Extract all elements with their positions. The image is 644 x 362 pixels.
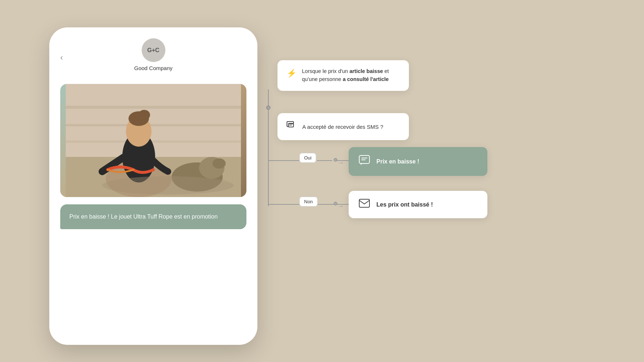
non-arrow: → — [337, 203, 344, 210]
svg-point-16 — [267, 106, 270, 109]
svg-point-10 — [138, 110, 150, 120]
svg-point-14 — [102, 176, 234, 195]
oui-branch-label: Oui — [299, 154, 316, 161]
oui-dot — [334, 158, 337, 162]
company-name: Good Company — [60, 65, 246, 77]
svg-rect-32 — [359, 199, 369, 207]
sms-action-text: Prix en baisse ! — [376, 158, 419, 165]
product-image — [60, 84, 246, 197]
non-branch-label: Non — [299, 198, 318, 205]
sms-action-box[interactable]: Prix en baisse ! — [349, 147, 487, 176]
condition-text: A accepté de recevoir des SMS ? — [302, 123, 383, 131]
svg-rect-5 — [66, 140, 241, 143]
trigger-icon: ⚡ — [287, 69, 296, 78]
email-action-box[interactable]: Les prix ont baissé ! — [349, 191, 487, 218]
email-icon — [359, 199, 370, 210]
non-dot — [334, 202, 337, 205]
flow-diagram: ⚡ Lorsque le prix d'un article baisse et… — [256, 57, 493, 265]
oui-arrow: → — [337, 159, 344, 167]
trigger-box: ⚡ Lorsque le prix d'un article baisse et… — [277, 60, 409, 91]
message-text: Prix en baisse ! Le jouet Ultra Tuff Rop… — [69, 212, 237, 221]
back-button[interactable]: ‹ — [60, 53, 63, 62]
trigger-text: Lorsque le prix d'un article baisse et q… — [302, 68, 400, 84]
message-bubble: Prix en baisse ! Le jouet Ultra Tuff Rop… — [60, 204, 246, 229]
phone-mockup: ‹ G+C Good Company — [49, 27, 257, 345]
email-action-text: Les prix ont baissé ! — [376, 201, 433, 208]
phone-header: ‹ G+C Good Company — [49, 38, 257, 84]
sms-icon — [359, 155, 370, 168]
svg-rect-3 — [66, 106, 241, 109]
condition-box: A accepté de recevoir des SMS ? — [277, 113, 409, 140]
svg-point-13 — [212, 158, 226, 169]
condition-icon — [287, 121, 297, 132]
svg-rect-4 — [66, 124, 241, 126]
avatar: G+C — [142, 38, 165, 62]
